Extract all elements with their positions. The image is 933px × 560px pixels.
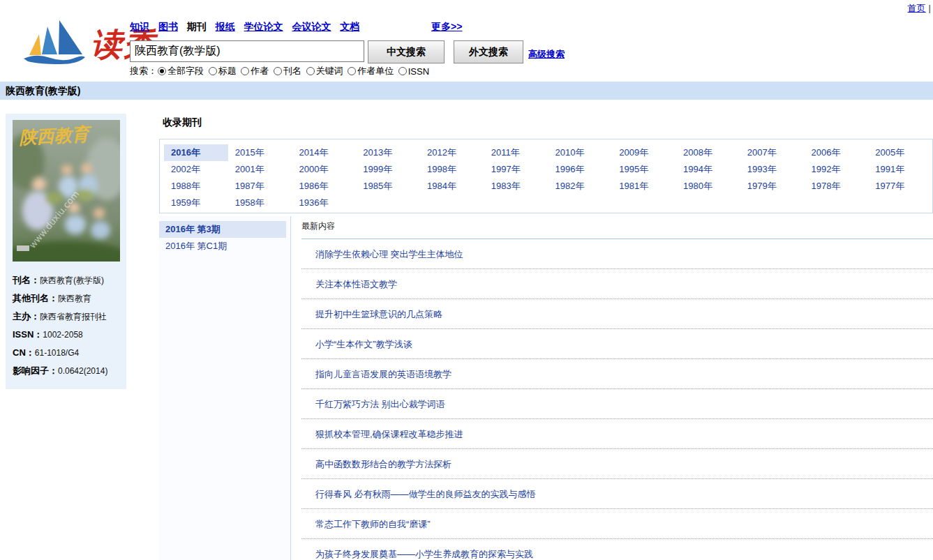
year-link[interactable]: 2000年 <box>292 161 357 178</box>
issues-panel: 2016年 第3期 2016年 第C1期 <box>159 216 291 560</box>
articles-panel: 最新内容 消除学生依赖心理 突出学生主体地位 关注本体性语文教学 提升初中生篮球… <box>291 216 933 560</box>
nav-link[interactable]: 会议论文 <box>292 21 331 32</box>
radio-icon[interactable] <box>348 67 356 75</box>
year-link[interactable]: 1987年 <box>228 178 292 195</box>
year-link[interactable]: 1992年 <box>805 161 869 178</box>
year-link[interactable]: 1980年 <box>676 178 740 195</box>
radio-icon[interactable] <box>398 67 407 75</box>
cover-title: 陕西教育 <box>17 124 92 149</box>
issue-item[interactable]: 2016年 第3期 <box>159 221 286 238</box>
year-link[interactable]: 2002年 <box>164 161 228 178</box>
meta-value: 陕西省教育报刊社 <box>40 312 107 321</box>
year-link[interactable]: 2014年 <box>292 144 357 161</box>
article-link[interactable]: 为孩子终身发展奠基——小学生养成教育的探索与实践 <box>315 549 533 559</box>
year-link[interactable]: 2013年 <box>356 144 420 161</box>
year-link[interactable]: 2015年 <box>228 144 292 161</box>
meta-label: 影响因子： <box>13 365 58 376</box>
article-link[interactable]: 高中函数数形结合的教学方法探析 <box>315 459 451 469</box>
year-link[interactable]: 2016年 <box>164 144 228 161</box>
search-scope-option[interactable]: 作者 <box>241 65 269 77</box>
article-row: 消除学生依赖心理 突出学生主体地位 <box>301 239 933 269</box>
year-link[interactable]: 1984年 <box>420 178 484 195</box>
article-link[interactable]: 行得春风 必有秋雨——做学生的良师益友的实践与感悟 <box>315 489 536 499</box>
search-scope-option[interactable]: ISSN <box>398 66 429 77</box>
meta-label: ISSN： <box>13 329 43 340</box>
home-link[interactable]: 首页 <box>908 3 926 13</box>
year-link[interactable]: 1999年 <box>356 161 420 178</box>
year-link[interactable]: 1982年 <box>548 178 613 195</box>
nav-link[interactable]: 文档 <box>340 21 359 32</box>
issue-item[interactable]: 2016年 第C1期 <box>159 238 286 255</box>
year-link[interactable]: 1986年 <box>292 178 357 195</box>
foreign-search-button[interactable]: 外文搜索 <box>454 40 523 63</box>
year-link[interactable]: 1991年 <box>868 161 932 178</box>
radio-icon[interactable] <box>274 67 282 75</box>
article-row: 小学“生本作文”教学浅谈 <box>301 329 933 359</box>
article-row: 行得春风 必有秋雨——做学生的良师益友的实践与感悟 <box>301 479 933 509</box>
year-link[interactable]: 1977年 <box>868 178 932 195</box>
year-link[interactable]: 1958年 <box>228 195 292 211</box>
nav-link[interactable]: 学位论文 <box>244 21 283 32</box>
nav-link[interactable]: 报纸 <box>216 21 235 32</box>
advanced-search-link[interactable]: 高级搜索 <box>528 48 565 61</box>
year-link[interactable]: 1936年 <box>292 195 357 211</box>
article-link[interactable]: 千红万紫巧方法 别出心裁学词语 <box>315 399 445 409</box>
nav-link[interactable]: 知识 <box>130 21 149 32</box>
link-separator: | <box>929 3 931 13</box>
article-link[interactable]: 常态工作下教师的自我“磨课” <box>315 519 431 529</box>
search-scope-option[interactable]: 作者单位 <box>348 65 394 77</box>
radio-icon[interactable] <box>241 67 249 75</box>
search-scope-option[interactable]: 标题 <box>209 65 237 77</box>
year-link[interactable]: 2006年 <box>805 144 869 161</box>
chinese-search-button[interactable]: 中文搜索 <box>368 40 445 63</box>
radio-icon[interactable] <box>158 67 166 75</box>
year-link[interactable]: 1997年 <box>484 161 548 178</box>
year-link[interactable]: 1998年 <box>420 161 484 178</box>
nav-link[interactable]: 图书 <box>158 21 178 32</box>
year-link[interactable]: 2005年 <box>868 144 932 161</box>
year-link[interactable]: 1983年 <box>484 178 548 195</box>
meta-label: 刊名： <box>13 275 40 285</box>
year-link[interactable]: 1995年 <box>612 161 676 178</box>
radio-icon[interactable] <box>209 67 217 75</box>
journal-meta-row: 其他刊名：陕西教育 <box>6 289 126 308</box>
year-link[interactable]: 2007年 <box>740 144 805 161</box>
article-link[interactable]: 消除学生依赖心理 突出学生主体地位 <box>315 249 463 259</box>
top-right-links: 首页| <box>908 2 931 15</box>
meta-label: CN： <box>13 347 35 358</box>
year-link[interactable]: 2011年 <box>484 144 548 161</box>
year-link[interactable]: 1981年 <box>612 178 676 195</box>
year-link[interactable]: 1988年 <box>164 178 228 195</box>
article-row: 高中函数数形结合的教学方法探析 <box>301 449 933 479</box>
sailboat-icon <box>18 18 88 71</box>
year-link[interactable]: 1959年 <box>164 195 228 211</box>
year-link[interactable]: 2009年 <box>612 144 676 161</box>
year-link[interactable]: 2010年 <box>548 144 613 161</box>
year-link[interactable]: 1994年 <box>676 161 740 178</box>
primary-nav: 知识 图书 期刊 报纸 学位论文 会议论文 文档 <box>130 21 366 33</box>
year-link[interactable]: 1993年 <box>740 161 805 178</box>
search-scope-option[interactable]: 关键词 <box>306 65 343 77</box>
search-scope-option[interactable]: 全部字段 <box>158 65 204 77</box>
year-link[interactable]: 1978年 <box>805 178 869 195</box>
year-link[interactable]: 1985年 <box>356 178 420 195</box>
journal-meta-row: CN：61-1018/G4 <box>6 344 126 362</box>
article-link[interactable]: 小学“生本作文”教学浅谈 <box>315 339 412 349</box>
meta-value: 1002-2058 <box>43 330 82 340</box>
article-link[interactable]: 提升初中生篮球意识的几点策略 <box>315 309 442 319</box>
year-link[interactable]: 1979年 <box>740 178 805 195</box>
year-link[interactable]: 2001年 <box>228 161 292 178</box>
article-row: 千红万紫巧方法 别出心裁学词语 <box>301 389 933 419</box>
year-link[interactable]: 2012年 <box>420 144 484 161</box>
article-row: 为孩子终身发展奠基——小学生养成教育的探索与实践 <box>301 539 933 560</box>
year-link[interactable]: 2008年 <box>676 144 740 161</box>
radio-icon[interactable] <box>306 67 315 75</box>
article-link[interactable]: 关注本体性语文教学 <box>315 279 397 289</box>
search-scope-option[interactable]: 刊名 <box>274 65 301 77</box>
year-link[interactable]: 1996年 <box>548 161 613 178</box>
article-link[interactable]: 指向儿童言语发展的英语语境教学 <box>315 369 451 379</box>
search-input[interactable] <box>130 40 364 62</box>
nav-link[interactable]: 期刊 <box>187 21 207 32</box>
article-link[interactable]: 狠抓校本管理,确保课程改革稳步推进 <box>315 429 463 439</box>
more-link[interactable]: 更多>> <box>431 21 462 33</box>
